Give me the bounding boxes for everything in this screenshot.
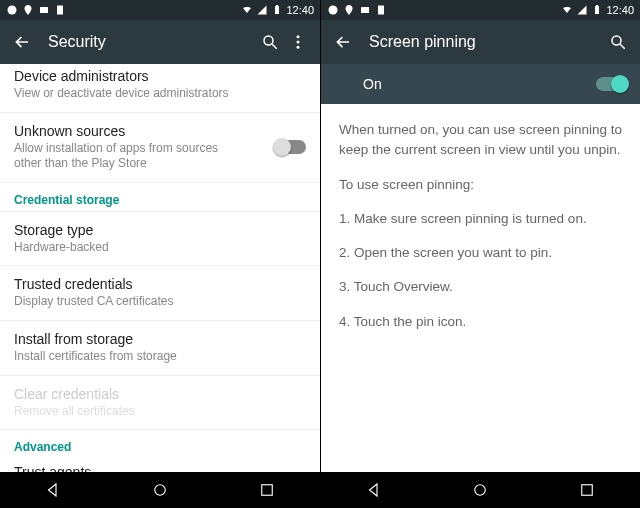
- setting-trust-agents[interactable]: Trust agents View or deactivate trust ag…: [0, 454, 320, 472]
- notif-map-pin-icon: [22, 4, 34, 16]
- section-advanced: Advanced: [0, 430, 320, 454]
- svg-point-5: [264, 36, 273, 45]
- svg-rect-14: [378, 6, 384, 15]
- navigation-bar: [321, 472, 640, 508]
- notif-card-icon: [38, 4, 50, 16]
- setting-trusted-credentials[interactable]: Trusted credentials Display trusted CA c…: [0, 266, 320, 321]
- desc-step: 2. Open the screen you want to pin.: [339, 243, 622, 263]
- svg-rect-3: [275, 6, 279, 14]
- svg-rect-20: [582, 485, 593, 496]
- setting-subtitle: Display trusted CA certificates: [14, 294, 306, 310]
- status-bar: 12:40: [321, 0, 640, 20]
- toggle-bar: On: [321, 64, 640, 104]
- svg-point-19: [475, 485, 486, 496]
- notif-card-icon: [359, 4, 371, 16]
- setting-subtitle: View or deactivate device administrators: [14, 86, 306, 102]
- nav-overview-button[interactable]: [567, 478, 607, 502]
- overflow-button[interactable]: [284, 33, 312, 51]
- svg-rect-1: [40, 7, 48, 13]
- desc-step: 3. Touch Overview.: [339, 277, 622, 297]
- setting-title: Trust agents: [14, 464, 306, 472]
- setting-storage-type[interactable]: Storage type Hardware-backed: [0, 212, 320, 267]
- svg-point-7: [297, 35, 300, 38]
- svg-rect-15: [595, 6, 599, 14]
- desc-step: 1. Make sure screen pinning is turned on…: [339, 209, 622, 229]
- status-time: 12:40: [606, 4, 634, 16]
- nav-back-button[interactable]: [354, 478, 394, 502]
- battery-icon: [271, 4, 283, 16]
- nav-overview-button[interactable]: [247, 478, 287, 502]
- nav-back-button[interactable]: [33, 478, 73, 502]
- setting-title: Unknown sources: [14, 123, 306, 139]
- setting-unknown-sources[interactable]: Unknown sources Allow installation of ap…: [0, 113, 320, 183]
- settings-list[interactable]: Device administrators View or deactivate…: [0, 64, 320, 472]
- status-bar: 12:40: [0, 0, 320, 20]
- svg-point-17: [612, 36, 621, 45]
- phone-right: 12:40 Screen pinning On When turned on, …: [320, 0, 640, 508]
- setting-install-from-storage[interactable]: Install from storage Install certificate…: [0, 321, 320, 376]
- nav-home-button[interactable]: [460, 478, 500, 502]
- svg-point-8: [297, 41, 300, 44]
- section-credential-storage: Credential storage: [0, 183, 320, 212]
- screen-pinning-description: When turned on, you can use screen pinni…: [321, 104, 640, 472]
- svg-rect-11: [261, 485, 272, 496]
- svg-point-12: [329, 6, 338, 15]
- svg-line-6: [272, 44, 277, 49]
- svg-rect-4: [276, 5, 278, 6]
- notif-document-icon: [375, 4, 387, 16]
- navigation-bar: [0, 472, 320, 508]
- wifi-icon: [561, 4, 573, 16]
- svg-point-10: [155, 485, 166, 496]
- setting-title: Clear credentials: [14, 386, 306, 402]
- desc-step: 4. Touch the pin icon.: [339, 312, 622, 332]
- status-time: 12:40: [286, 4, 314, 16]
- app-bar: Security: [0, 20, 320, 64]
- setting-subtitle: Hardware-backed: [14, 240, 306, 256]
- app-bar-title: Security: [48, 33, 256, 51]
- notif-document-icon: [54, 4, 66, 16]
- setting-subtitle: Remove all certificates: [14, 404, 306, 420]
- desc-paragraph: When turned on, you can use screen pinni…: [339, 120, 622, 161]
- search-button[interactable]: [604, 33, 632, 51]
- setting-clear-credentials: Clear credentials Remove all certificate…: [0, 376, 320, 431]
- desc-paragraph: To use screen pinning:: [339, 175, 622, 195]
- nav-home-button[interactable]: [140, 478, 180, 502]
- svg-point-0: [8, 6, 17, 15]
- setting-subtitle: Allow installation of apps from sources …: [14, 141, 244, 172]
- back-button[interactable]: [8, 33, 36, 51]
- setting-title: Trusted credentials: [14, 276, 306, 292]
- signal-icon: [256, 4, 268, 16]
- notif-circle-icon: [327, 4, 339, 16]
- setting-subtitle: Install certificates from storage: [14, 349, 306, 365]
- search-button[interactable]: [256, 33, 284, 51]
- svg-rect-2: [57, 6, 63, 15]
- wifi-icon: [241, 4, 253, 16]
- phone-left: 12:40 Security Device administrators Vie…: [0, 0, 320, 508]
- setting-title: Storage type: [14, 222, 306, 238]
- unknown-sources-toggle[interactable]: [276, 140, 306, 154]
- svg-rect-16: [596, 5, 598, 6]
- signal-icon: [576, 4, 588, 16]
- setting-title: Device administrators: [14, 68, 306, 84]
- svg-line-18: [620, 44, 625, 49]
- notif-circle-icon: [6, 4, 18, 16]
- setting-title: Install from storage: [14, 331, 306, 347]
- svg-point-9: [297, 46, 300, 49]
- app-bar: Screen pinning: [321, 20, 640, 64]
- app-bar-title: Screen pinning: [369, 33, 604, 51]
- screen-pinning-toggle[interactable]: [596, 77, 626, 91]
- back-button[interactable]: [329, 33, 357, 51]
- battery-icon: [591, 4, 603, 16]
- svg-rect-13: [361, 7, 369, 13]
- notif-map-pin-icon: [343, 4, 355, 16]
- toggle-label: On: [363, 76, 382, 92]
- setting-device-administrators[interactable]: Device administrators View or deactivate…: [0, 64, 320, 113]
